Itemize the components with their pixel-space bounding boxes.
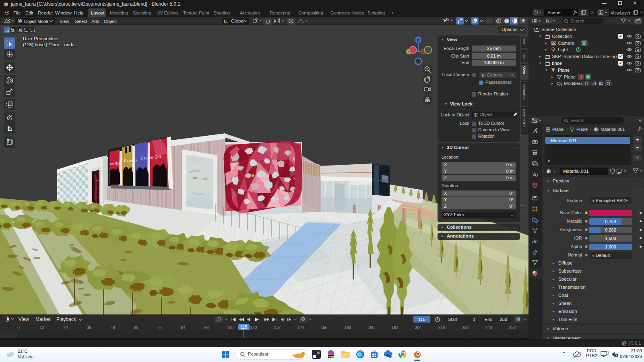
- svg-text:PM365: PM365: [327, 356, 334, 358]
- svg-text:Z: Z: [417, 38, 419, 42]
- svg-text:es Gift: es Gift: [110, 161, 121, 166]
